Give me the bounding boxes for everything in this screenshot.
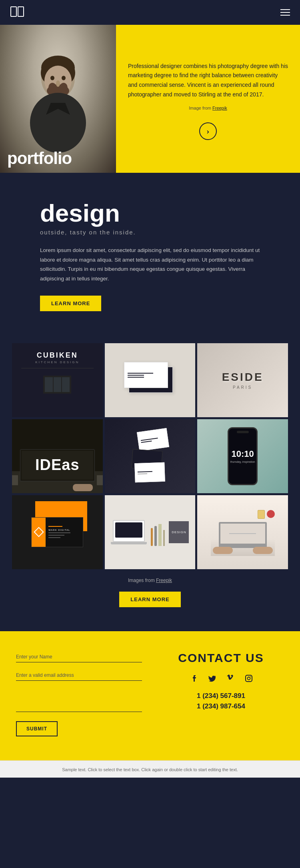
facebook-icon[interactable] xyxy=(188,673,199,684)
grid-container: CUBIKEN KITCHEN DESIGN xyxy=(12,343,288,569)
contact-info: CONTACT US 1 (234) 567-891 1 (234) 987-6… xyxy=(158,651,284,736)
menu-icon[interactable] xyxy=(280,9,290,16)
phone-date: thursday, inspiration xyxy=(230,460,255,463)
design-title: design xyxy=(40,201,260,226)
grid-item-ideas[interactable]: IDEas xyxy=(12,419,103,493)
portfolio-grid: CUBIKEN KITCHEN DESIGN xyxy=(0,335,300,631)
svg-rect-15 xyxy=(246,675,252,682)
grid-footer: Images from Freepik xyxy=(12,569,288,587)
twitter-icon[interactable] xyxy=(206,673,218,684)
header xyxy=(0,0,300,25)
portfolio-label: portfolio xyxy=(7,149,72,168)
cubiken-title: CUBIKEN xyxy=(37,351,78,360)
phone-1: 1 (234) 567-891 xyxy=(197,692,245,700)
design-section: design outside, tasty on the inside. Lor… xyxy=(0,173,300,335)
freepik-link[interactable]: Freepik xyxy=(212,106,227,110)
arrow-button[interactable]: › xyxy=(199,122,217,140)
grid-freepik-link[interactable]: Freepik xyxy=(156,578,172,583)
svg-point-8 xyxy=(62,76,66,80)
grid-item-phone[interactable]: 10:10 thursday, inspiration xyxy=(197,419,288,493)
cubiken-subtitle: KITCHEN DESIGN xyxy=(35,360,79,364)
svg-point-10 xyxy=(48,83,56,92)
email-field xyxy=(16,670,142,681)
message-textarea[interactable] xyxy=(16,688,142,712)
phone-time: 10:10 xyxy=(232,449,254,459)
hero-description: Professional designer combines his photo… xyxy=(128,62,288,100)
instagram-icon[interactable] xyxy=(243,673,254,684)
svg-point-12 xyxy=(56,80,60,87)
learn-more-button-1[interactable]: LEARN MORE xyxy=(40,296,101,311)
eside-sub: PARIS xyxy=(233,385,252,390)
vimeo-icon[interactable] xyxy=(225,673,236,684)
contact-title: CONTACT US xyxy=(178,651,264,665)
design-body: Lorem ipsum dolor sit amet, consectetur … xyxy=(40,246,260,284)
ideas-text: IDEas xyxy=(35,456,80,474)
grid-item-bc-orange[interactable]: MARK DIGITAL xyxy=(12,495,103,569)
grid-item-eside[interactable]: ESIDE PARIS xyxy=(197,343,288,417)
svg-rect-1 xyxy=(18,7,24,16)
eside-text: ESIDE xyxy=(222,371,264,384)
hero-photo: portfolio xyxy=(0,25,116,173)
grid-item-stationery[interactable]: DESIGN xyxy=(105,495,196,569)
grid-footer-btn: LEARN MORE xyxy=(12,587,288,623)
bc-name: MARK DIGITAL xyxy=(48,529,70,531)
contact-form: SUBMIT xyxy=(16,651,142,736)
grid-item-laptop-desk[interactable] xyxy=(197,495,288,569)
submit-button[interactable]: SUBMIT xyxy=(16,721,58,736)
svg-point-11 xyxy=(60,83,68,92)
grid-item-cubiken[interactable]: CUBIKEN KITCHEN DESIGN xyxy=(12,343,103,417)
editor-bar-text: Sample text. Click to select the text bo… xyxy=(62,767,238,772)
name-field xyxy=(16,651,142,662)
grid-item-business-cards-1[interactable] xyxy=(105,343,196,417)
svg-point-7 xyxy=(50,76,54,80)
phone-2: 1 (234) 987-654 xyxy=(197,702,245,710)
editor-bar: Sample text. Click to select the text bo… xyxy=(0,760,300,778)
email-input[interactable] xyxy=(16,670,142,681)
svg-point-17 xyxy=(250,676,251,677)
svg-rect-0 xyxy=(11,7,16,16)
design-subtitle: outside, tasty on the inside. xyxy=(40,229,260,236)
name-input[interactable] xyxy=(16,651,142,662)
svg-point-16 xyxy=(247,677,250,680)
phone-shape: 10:10 thursday, inspiration xyxy=(228,427,258,485)
grid-image-credit: Images from Freepik xyxy=(128,578,172,583)
grid-item-business-cards-dark[interactable] xyxy=(105,419,196,493)
phone-numbers: 1 (234) 567-891 1 (234) 987-654 xyxy=(197,692,245,710)
hero-section: portfolio Professional designer combines… xyxy=(0,25,300,173)
social-icons xyxy=(188,673,254,684)
hero-text: Professional designer combines his photo… xyxy=(116,25,300,173)
learn-more-button-2[interactable]: LEARN MORE xyxy=(119,592,180,607)
image-credit: Image from Freepik xyxy=(128,104,288,112)
logo-icon[interactable] xyxy=(10,6,24,19)
contact-section: SUBMIT CONTACT US 1 (234) 567-891 1 (234… xyxy=(0,631,300,760)
message-field xyxy=(16,688,142,712)
